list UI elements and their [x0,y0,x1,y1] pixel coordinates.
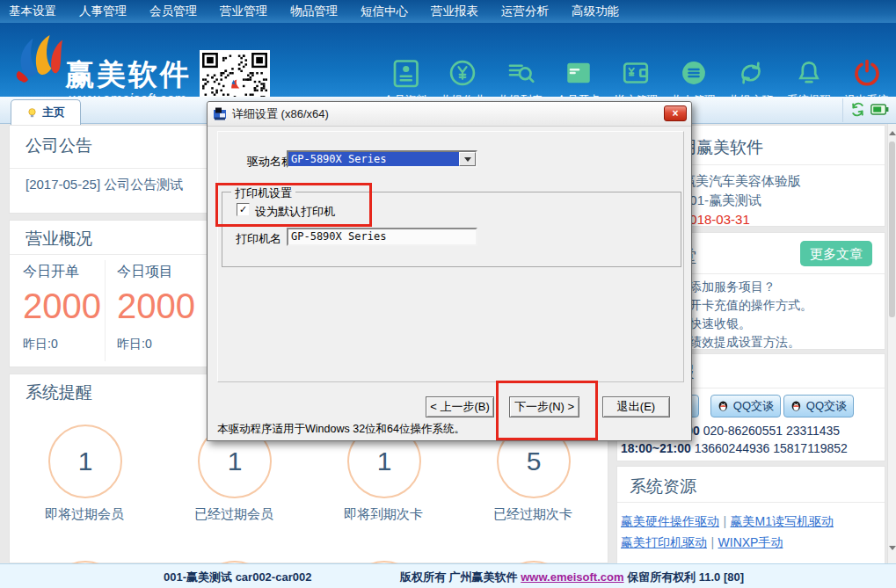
link-separator: | [710,535,714,549]
scroll-down-icon[interactable] [889,546,896,550]
dropdown-button[interactable] [459,152,476,166]
shift-sync-icon [735,57,767,89]
reminder-label: 已经过期会员 [159,506,309,523]
highlight-box-next-button [496,381,598,440]
app-window: 基本设置 人事管理 会员管理 营业管理 物品管理 短信中心 营业报表 运营分析 … [0,0,896,588]
qq-chat-label: QQ交谈 [806,398,847,414]
qq-chat-button[interactable]: QQ交谈 [710,395,781,417]
bell-icon [793,57,825,89]
notice-title: 公司公告 [25,134,92,157]
member-card-icon [390,57,421,89]
link-m1-reader-driver[interactable]: 赢美M1读写机驱动 [731,514,834,528]
stat-value: 2000 [23,287,101,326]
copyright-prefix: 版权所有 广州赢美软件 [400,570,518,584]
menu-item-members[interactable]: 会员管理 [149,4,197,19]
stat-label: 今日开单 [23,263,101,281]
reminder-title: 系统提醒 [25,381,92,404]
service-phone-line-evening: 18:00~21:00 13660244936 15817119852 [621,441,848,455]
copyright-suffix: 保留所有权利 11.0 [80] [627,570,744,584]
installer-icon [213,107,227,121]
header: 赢美软件 www.emeisoft.com [0,23,896,97]
menu-item-advanced[interactable]: 高级功能 [572,4,619,19]
reminder-label: 已经过期次卡 [458,506,608,523]
about-expire-date: 2018-03-31 [682,212,750,227]
reminder-circle-expiring-members[interactable]: 1 [48,425,122,498]
divider [617,502,885,503]
qq-penguin-icon [718,399,729,413]
stat-sub: 昨日:0 [23,337,101,352]
status-bar: 001-赢美测试 car002-car002 版权所有 广州赢美软件 www.e… [0,563,896,588]
bulb-icon [26,106,38,120]
menu-item-hr[interactable]: 人事管理 [79,4,127,19]
battery-icon[interactable] [871,104,889,115]
qq-penguin-icon [790,399,802,413]
exit-button[interactable]: 退出(E) [602,396,670,417]
cashier-list-icon [505,57,536,89]
tab-home-label: 主页 [42,105,65,120]
status-copyright: 版权所有 广州赢美软件 www.emeisoft.com 保留所有权利 11.0… [400,570,744,585]
vertical-scrollbar[interactable] [887,124,896,563]
dialog-title: 详细设置 (x86/x64) [232,106,329,122]
close-icon[interactable]: × [664,105,687,121]
refresh-icon[interactable] [849,101,866,118]
link-winxp-manual[interactable]: WINXP手动 [718,535,783,549]
link-separator: | [723,514,726,528]
menu-bar: 基本设置 人事管理 会员管理 营业管理 物品管理 短信中心 营业报表 运营分析 … [0,0,896,23]
status-session: 001-赢美测试 car002-car002 [164,570,311,585]
emeisoft-link[interactable]: www.emeisoft.com [521,570,623,584]
divider [105,260,106,361]
resources-line-1: 赢美硬件操作驱动 | 赢美M1读写机驱动 [621,513,834,530]
menu-item-reports[interactable]: 营业报表 [431,4,478,19]
income-expense-icon [678,57,710,89]
printer-name-field[interactable]: GP-5890X Series [287,228,477,246]
printer-name-label: 打印机名 [236,231,281,247]
highlight-box-printer-settings [215,183,372,227]
service-hours: 18:00~21:00 [621,441,691,455]
stat-today-orders: 今日开单 2000 昨日:0 [23,263,101,352]
resources-card: 系统资源 赢美硬件操作驱动 | 赢美M1读写机驱动 赢美打印机驱动 | WINX… [616,466,885,564]
menu-item-basic-settings[interactable]: 基本设置 [9,4,56,19]
about-edition: 赢美汽车美容体验版 [682,173,801,190]
open-card-icon [563,57,594,89]
stat-value: 2000 [117,287,195,326]
flame-logo-icon [12,30,63,91]
cashier-yen-icon [447,57,478,89]
menu-item-goods[interactable]: 物品管理 [290,4,338,19]
link-hardware-driver[interactable]: 赢美硬件操作驱动 [621,514,719,528]
link-printer-driver[interactable]: 赢美打印机驱动 [621,535,707,549]
back-button[interactable]: < 上一步(B) [426,396,494,417]
printer-setup-dialog: 详细设置 (x86/x64) × 驱动名称 GP-5890X Series 打印… [207,101,692,441]
stat-today-items: 今日项目 2000 昨日:0 [117,263,195,352]
about-account: 001-赢美测试 [682,192,761,209]
wallet-icon [620,57,652,89]
menu-item-business[interactable]: 营业管理 [220,4,267,19]
reminder-label: 即将过期会员 [10,506,159,523]
service-phone-numbers: 020-86260551 23311435 [703,424,840,438]
driver-select[interactable]: GP-5890X Series [287,150,477,168]
stat-sub: 昨日:0 [117,337,195,352]
menu-item-sms[interactable]: 短信中心 [361,4,408,19]
scroll-up-icon[interactable] [889,131,896,135]
brand-name: 赢美软件 [65,55,192,95]
service-phone-numbers: 13660244936 15817119852 [695,441,848,455]
notice-item[interactable]: [2017-05-25] 公司公告测试 [25,177,183,193]
qq-chat-button[interactable]: QQ交谈 [783,395,854,417]
qq-chat-label: QQ交谈 [733,398,774,414]
dialog-footnote: 本驱动程序适用于Windows 32位和64位操作系统。 [217,422,465,437]
driver-selected-value: GP-5890X Series [288,152,459,166]
chevron-down-icon [464,157,471,162]
menu-item-analysis[interactable]: 运营分析 [501,4,549,19]
power-icon [851,57,883,89]
dialog-title-bar[interactable]: 详细设置 (x86/x64) × [208,102,691,127]
more-articles-button[interactable]: 更多文章 [800,241,872,266]
resources-title: 系统资源 [630,475,696,498]
scrollbar-thumb[interactable] [889,142,895,317]
business-title: 营业概况 [25,228,92,250]
reminder-label: 即将到期次卡 [309,506,458,523]
tab-home[interactable]: 主页 [11,99,81,125]
stat-label: 今日项目 [117,263,195,281]
resources-line-2: 赢美打印机驱动 | WINXP手动 [621,534,783,551]
